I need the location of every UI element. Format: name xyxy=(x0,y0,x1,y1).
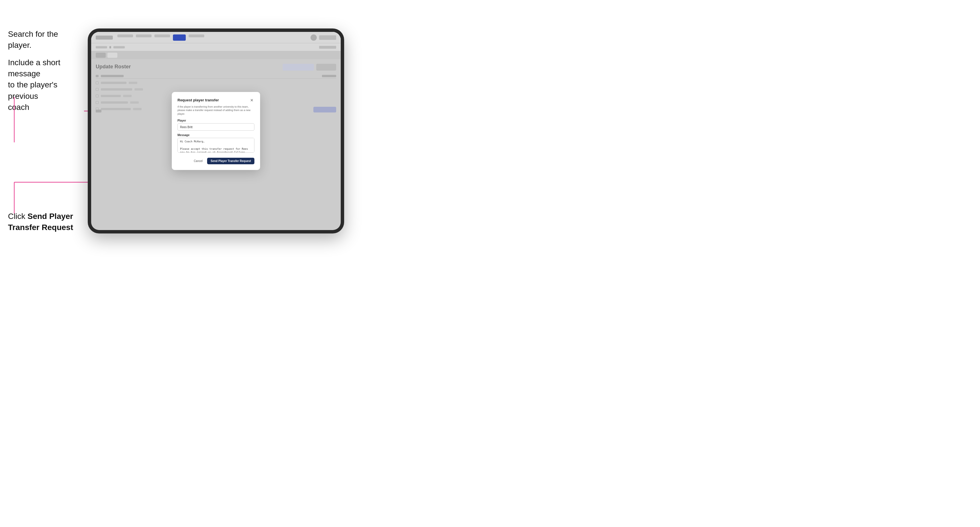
tablet-device: Update Roster xyxy=(88,29,344,233)
message-textarea[interactable]: Hi Coach McHarg, Please accept this tran… xyxy=(178,138,255,152)
message-field-label: Message xyxy=(178,133,255,137)
modal-footer: Cancel Send Player Transfer Request xyxy=(178,158,255,164)
player-field-label: Player xyxy=(178,119,255,122)
search-annotation: Search for the player. xyxy=(8,29,83,51)
request-transfer-modal: Request player transfer ✕ If the player … xyxy=(172,92,260,170)
modal-title: Request player transfer xyxy=(178,98,219,102)
send-transfer-request-button[interactable]: Send Player Transfer Request xyxy=(207,158,255,164)
player-search-input[interactable] xyxy=(178,123,255,131)
modal-close-button[interactable]: ✕ xyxy=(249,98,255,103)
modal-header: Request player transfer ✕ xyxy=(178,98,255,103)
modal-description: If the player is transferring from anoth… xyxy=(178,105,255,116)
message-annotation: Include a short messageto the player's p… xyxy=(8,57,79,113)
click-annotation: Click Send PlayerTransfer Request xyxy=(8,211,82,233)
tablet-screen: Update Roster xyxy=(91,32,341,230)
modal-overlay: Request player transfer ✕ If the player … xyxy=(91,32,341,230)
cancel-button[interactable]: Cancel xyxy=(191,158,205,164)
